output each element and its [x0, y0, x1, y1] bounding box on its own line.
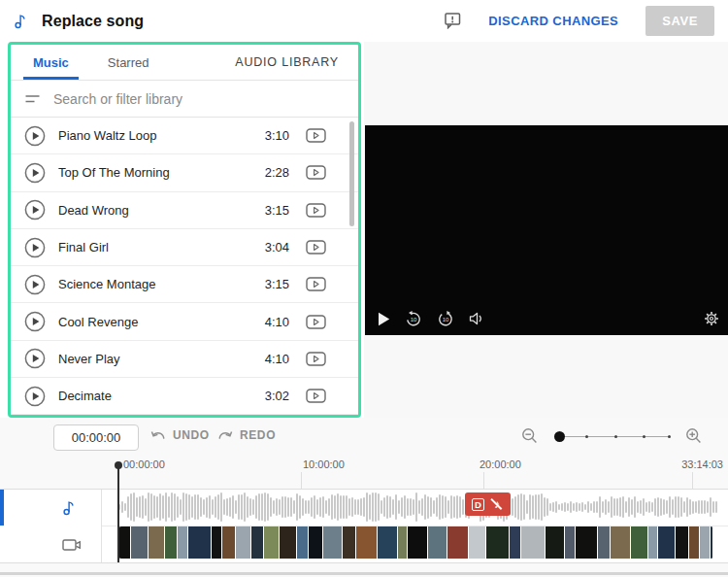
track-headers: [0, 490, 102, 562]
video-preview-icon[interactable]: [306, 352, 326, 366]
zoom-in-icon[interactable]: [685, 427, 703, 449]
tab-starred[interactable]: Starred: [98, 45, 159, 80]
feedback-icon: [445, 13, 461, 29]
song-row[interactable]: Top Of The Morning 2:28: [11, 154, 358, 191]
song-row[interactable]: Science Montage 3:15: [11, 266, 358, 303]
video-player[interactable]: 10 10: [365, 125, 728, 335]
song-duration: 4:10: [265, 315, 289, 329]
marker-key-label: D: [472, 498, 484, 511]
zoom-out-icon[interactable]: [521, 427, 539, 449]
search-bar: [11, 81, 358, 118]
filter-icon: [25, 94, 40, 104]
player-controls: 10 10: [378, 310, 484, 327]
play-icon[interactable]: [378, 312, 390, 326]
svg-text:10: 10: [443, 317, 449, 322]
audio-library-panel: Music Starred AUDIO LIBRARY Piano Waltz …: [8, 42, 361, 418]
song-row[interactable]: Decimate 3:02: [11, 378, 358, 415]
page-title: Replace song: [42, 13, 144, 30]
volume-icon[interactable]: [469, 312, 484, 325]
play-preview-button[interactable]: [24, 386, 46, 407]
settings-gear-icon[interactable]: [704, 311, 719, 326]
redo-label: REDO: [240, 428, 276, 442]
playhead-line[interactable]: [117, 464, 119, 562]
video-track-header[interactable]: [0, 526, 102, 562]
song-row[interactable]: Never Play 4:10: [11, 341, 358, 378]
ruler-label: 10:00:00: [303, 458, 345, 470]
undo-button[interactable]: UNDO: [150, 428, 210, 442]
header: Replace song DISCARD CHANGES SAVE: [0, 0, 728, 42]
ruler-label: 20:00:00: [480, 458, 521, 470]
song-title: Science Montage: [58, 277, 265, 291]
play-preview-button[interactable]: [24, 199, 46, 221]
song-duration: 3:10: [265, 128, 289, 143]
song-duration: 3:02: [265, 389, 289, 403]
song-row[interactable]: Final Girl 3:04: [11, 229, 358, 266]
rewind-10-icon[interactable]: 10: [405, 310, 422, 327]
tab-audio-library[interactable]: AUDIO LIBRARY: [225, 45, 358, 80]
play-preview-button[interactable]: [24, 311, 46, 332]
music-note-icon: [14, 13, 28, 29]
play-preview-button[interactable]: [24, 274, 46, 295]
song-list: Piano Waltz Loop 3:10 Top Of The Morning…: [11, 118, 358, 415]
deleted-song-marker[interactable]: D ♪: [465, 492, 511, 516]
video-camera-icon: [62, 538, 82, 552]
song-duration: 4:10: [265, 352, 289, 366]
song-title: Piano Waltz Loop: [58, 128, 265, 143]
song-title: Never Play: [58, 352, 265, 366]
ruler-gridline: [692, 472, 693, 489]
video-preview-icon[interactable]: [306, 240, 326, 255]
audio-waveform[interactable]: [118, 490, 720, 525]
list-scrollbar[interactable]: [349, 121, 354, 226]
video-preview-icon[interactable]: [306, 128, 326, 143]
undo-label: UNDO: [173, 428, 210, 442]
redo-icon: [217, 429, 233, 442]
song-row[interactable]: Cool Revenge 4:10: [11, 303, 358, 340]
tab-music[interactable]: Music: [23, 45, 79, 80]
song-title: Cool Revenge: [58, 315, 265, 329]
ruler-label: 33:14:03: [681, 458, 723, 470]
music-note-icon: [62, 499, 77, 516]
song-row[interactable]: Piano Waltz Loop 3:10: [11, 118, 358, 154]
song-row[interactable]: Dead Wrong 3:15: [11, 192, 358, 229]
audio-track-header[interactable]: [0, 490, 102, 526]
song-title: Dead Wrong: [58, 203, 265, 218]
play-preview-button[interactable]: [24, 125, 46, 147]
song-title: Decimate: [58, 389, 265, 403]
video-preview-icon[interactable]: [306, 389, 326, 403]
play-preview-button[interactable]: [24, 237, 46, 258]
song-duration: 3:15: [265, 277, 289, 291]
replace-song-editor: Replace song DISCARD CHANGES SAVE Music …: [0, 0, 728, 577]
save-button[interactable]: SAVE: [645, 6, 714, 36]
video-preview-icon[interactable]: [306, 315, 326, 329]
song-duration: 3:04: [265, 240, 289, 255]
video-preview-icon[interactable]: [306, 277, 326, 291]
music-note-off-icon: ♪: [490, 498, 504, 510]
feedback-button[interactable]: [445, 13, 461, 29]
ruler-gridline: [301, 472, 302, 489]
ruler-label: 00:00:00: [123, 458, 165, 470]
forward-10-icon[interactable]: 10: [437, 310, 454, 327]
video-preview-icon[interactable]: [306, 165, 326, 180]
current-time-display[interactable]: 00:00:00: [53, 424, 139, 451]
bottom-scrollbar[interactable]: [0, 572, 728, 575]
svg-text:10: 10: [411, 317, 417, 322]
song-duration: 2:28: [265, 165, 289, 180]
zoom-slider-handle[interactable]: [554, 431, 565, 442]
discard-changes-button[interactable]: DISCARD CHANGES: [488, 14, 618, 28]
search-input[interactable]: [53, 91, 358, 107]
video-thumbnails[interactable]: [118, 526, 713, 559]
ruler-gridline: [483, 472, 484, 489]
song-title: Top Of The Morning: [58, 165, 265, 180]
zoom-slider-track[interactable]: [557, 436, 670, 437]
library-tabs: Music Starred AUDIO LIBRARY: [11, 45, 358, 81]
play-preview-button[interactable]: [24, 348, 46, 369]
song-title: Final Girl: [58, 240, 265, 255]
selected-track-indicator: [0, 490, 4, 526]
play-preview-button[interactable]: [24, 162, 46, 184]
song-duration: 3:15: [265, 203, 289, 218]
undo-icon: [150, 429, 166, 442]
video-preview-icon[interactable]: [306, 203, 326, 218]
redo-button[interactable]: REDO: [217, 428, 276, 442]
